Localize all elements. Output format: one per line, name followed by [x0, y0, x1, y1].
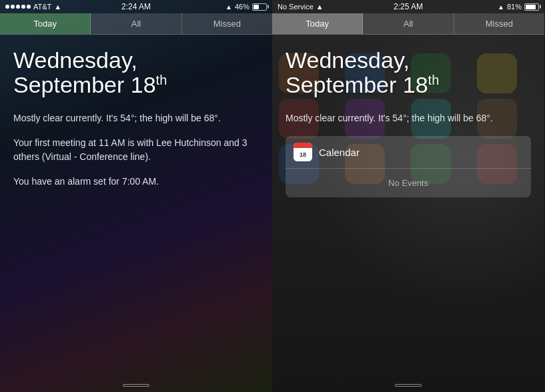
signal-dot-3 — [16, 5, 20, 9]
battery-fill-right — [526, 5, 536, 9]
tab-missed-left[interactable]: Missed — [182, 13, 272, 34]
nav-tabs-right: Today All Missed — [272, 13, 544, 35]
calendar-app-icon: 18 — [294, 143, 312, 161]
date-heading-left: Wednesday, September 18th — [13, 48, 259, 98]
signal-dot-2 — [11, 5, 15, 9]
weather-text-left: Mostly clear currently. It's 54°; the hi… — [13, 111, 259, 125]
battery-pct-right: 81% — [507, 3, 522, 11]
home-indicator-right[interactable] — [395, 384, 422, 387]
no-events-label: No Events — [286, 169, 531, 197]
calendar-section: 18 Calendar No Events — [286, 136, 531, 197]
status-bar-right: No Service ▲ 2:25 AM ▲ 81% — [272, 0, 544, 13]
time-right: 2:25 AM — [394, 2, 423, 11]
signal-dot-4 — [21, 5, 25, 9]
content-right: Wednesday, September 18th Mostly clear c… — [272, 35, 544, 211]
content-left: Wednesday, September 18th Mostly clear c… — [0, 35, 272, 213]
status-right-left: ▲ 46% — [225, 3, 267, 11]
battery-icon-left — [252, 3, 267, 11]
cal-icon-body: 18 — [294, 148, 312, 161]
status-right-right: ▲ 81% — [498, 3, 539, 11]
alarm-text-left: You have an alarm set for 7:00 AM. — [13, 175, 259, 189]
status-left-right: No Service ▲ — [278, 3, 324, 11]
tab-all-left[interactable]: All — [91, 13, 181, 34]
calendar-title: Calendar — [319, 147, 360, 158]
wifi-icon-left: ▲ — [54, 3, 61, 11]
carrier-left: AT&T — [33, 3, 51, 11]
battery-icon-right — [524, 3, 539, 11]
tab-today-left[interactable]: Today — [0, 13, 91, 34]
cal-icon-top — [294, 143, 312, 148]
battery-pct-left: 46% — [235, 3, 249, 11]
status-left-left: AT&T ▲ — [5, 3, 61, 11]
date-heading-right: Wednesday, September 18th — [286, 48, 531, 98]
signal-dot-5 — [27, 5, 31, 9]
location-icon-right: ▲ — [498, 3, 504, 11]
meeting-text-left: Your first meeting at 11 AM is with Lee … — [13, 136, 259, 164]
signal-dots-left — [5, 5, 31, 9]
calendar-header: 18 Calendar — [286, 136, 531, 169]
weather-text-right: Mostly clear currently. It's 54°; the hi… — [286, 111, 531, 125]
home-indicator-left[interactable] — [123, 384, 149, 387]
right-phone: No Service ▲ 2:25 AM ▲ 81% Today All Mis… — [272, 0, 544, 392]
tab-all-right[interactable]: All — [363, 13, 454, 34]
tab-missed-right[interactable]: Missed — [454, 13, 544, 34]
location-icon-left: ▲ — [225, 3, 232, 11]
status-bar-left: AT&T ▲ 2:24 AM ▲ 46% — [0, 0, 272, 13]
wifi-icon-right: ▲ — [316, 3, 324, 11]
time-left: 2:24 AM — [121, 2, 151, 11]
signal-dot-1 — [5, 5, 9, 9]
left-phone: AT&T ▲ 2:24 AM ▲ 46% Today All Missed We… — [0, 0, 272, 392]
battery-fill-left — [253, 5, 259, 9]
nav-tabs-left: Today All Missed — [0, 13, 272, 35]
tab-today-right[interactable]: Today — [272, 13, 363, 34]
carrier-right: No Service — [278, 3, 314, 11]
